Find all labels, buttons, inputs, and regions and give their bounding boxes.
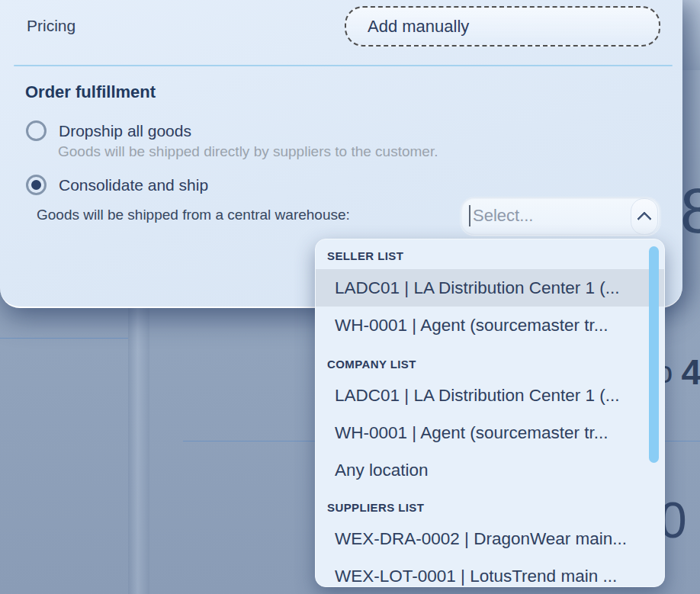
background-strip xyxy=(682,0,700,70)
dropdown-group-header-seller-list: SELLER LIST xyxy=(327,249,403,262)
add-manually-button[interactable]: Add manually xyxy=(345,6,660,47)
radio-option-dropship-label: Dropship all goods xyxy=(59,122,191,140)
radio-option-dropship[interactable]: Dropship all goods xyxy=(26,120,191,141)
dropdown-option[interactable]: WEX-DRA-0002 | DragonWear main... xyxy=(316,520,664,557)
dropdown-group-header-company-list: COMPANY LIST xyxy=(327,358,416,371)
dropdown-scrollbar-thumb[interactable] xyxy=(649,246,659,463)
select-collapse-button[interactable] xyxy=(631,198,658,235)
background-partial-amount: 0 г xyxy=(659,490,700,551)
radio-option-consolidate[interactable]: Consolidate and ship xyxy=(26,175,208,195)
warehouse-select-input[interactable]: Select... xyxy=(461,197,660,235)
screen: 8 to 4 0 г Pricing Add manually Order fu… xyxy=(0,0,700,594)
background-divider-left xyxy=(0,338,128,339)
radio-option-consolidate-label: Consolidate and ship xyxy=(59,176,208,194)
warehouse-dropdown-menu: SELLER LIST LADC01 | LA Distribution Cen… xyxy=(315,239,665,587)
warehouse-select-placeholder: Select... xyxy=(473,206,533,226)
dropdown-option[interactable]: WEX-LOT-0001 | LotusTrend main ... xyxy=(316,557,664,587)
order-fulfillment-title: Order fulfillment xyxy=(25,82,156,102)
warehouse-select-label: Goods will be shipped from a central war… xyxy=(37,207,350,223)
radio-dot xyxy=(31,180,41,190)
radio-selected-icon[interactable] xyxy=(26,175,47,195)
pricing-label: Pricing xyxy=(27,17,75,35)
radio-unselected-icon[interactable] xyxy=(26,120,47,141)
section-divider xyxy=(14,65,673,66)
dropship-description: Goods will be shipped directly by suppli… xyxy=(58,143,438,160)
dropdown-scrollbar-track[interactable] xyxy=(649,246,659,582)
background-column-gap xyxy=(128,305,149,594)
background-four-text: 4 xyxy=(681,352,700,392)
text-caret xyxy=(469,205,470,226)
dropdown-option[interactable]: WH-0001 | Agent (sourcemaster tr... xyxy=(316,307,664,344)
dropdown-group-header-suppliers-list: SUPPLIERS LIST xyxy=(327,501,424,514)
dropdown-option[interactable]: WH-0001 | Agent (sourcemaster tr... xyxy=(316,414,664,451)
chevron-up-icon xyxy=(637,211,652,226)
background-partial-number: 8 xyxy=(680,174,700,247)
dropdown-option[interactable]: Any location xyxy=(316,451,664,489)
dropdown-option[interactable]: LADC01 | LA Distribution Center 1 (... xyxy=(316,269,664,307)
dropdown-option[interactable]: LADC01 | LA Distribution Center 1 (... xyxy=(316,377,664,414)
